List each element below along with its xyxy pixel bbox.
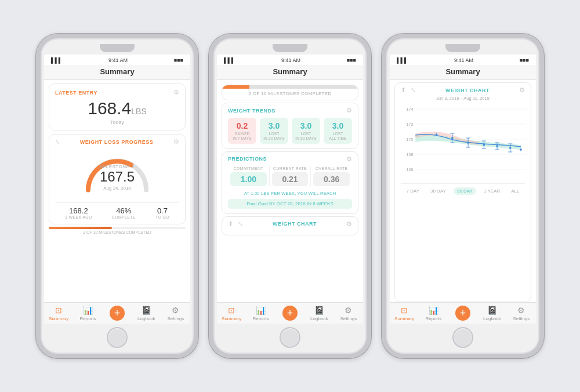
tab-summary-3[interactable]: ⊡ Summary [390,303,419,324]
prediction-text: AT 1.00 LBS PER WEEK, YOU WILL REACH [228,191,352,196]
chart-small-gear-icon[interactable]: ⚙ [346,220,352,228]
chart-title-label: WEIGHT CHART [445,88,490,93]
trend-val-0: 0.2 [230,121,254,130]
time-3: 9:41 AM [454,57,473,63]
stat-value-2: 46% [116,206,131,215]
share-icon-2[interactable]: ⬆ [228,220,233,228]
svg-text:172: 172 [407,122,414,127]
period-30day[interactable]: 30 DAY [427,187,449,195]
tab-summary-label-1: Summary [49,316,68,321]
progress-bar-fill [49,227,112,229]
predictions-gear-icon[interactable]: ⚙ [346,155,352,163]
tab-logbook-3[interactable]: 📓 Logbook [477,303,506,324]
milestone-text-2: 2 OF 10 MILESTONES COMPLETED [222,89,358,100]
tab-reports-label-2: Reports [253,316,269,321]
tab-reports-2[interactable]: 📊 Reports [246,303,275,324]
tab-reports-1[interactable]: 📊 Reports [73,303,102,324]
nav-title-1: Summary [100,67,134,76]
progress-card: ⤡ WEIGHT LOSS PROGRESS ⚙ MILE [49,134,186,224]
chart-small-label: WEIGHT CHART [273,221,317,227]
tab-add-circle-1[interactable]: + [110,306,125,321]
latest-entry-weight: 168.4LBS [55,99,179,118]
tab-add-circle-3[interactable]: + [455,306,470,321]
pred-current-rate-value: 0.21 [272,172,309,186]
svg-text:168: 168 [407,152,414,157]
chart-title-row: ⬆ ⤡ WEIGHT CHART ⚙ [401,86,525,94]
signal-3: ▌▌▌ [397,57,408,63]
tab-logbook-icon-2: 📓 [314,306,324,315]
expand-icon-3[interactable]: ⤡ [411,86,416,94]
progress-gear-icon[interactable]: ⚙ [173,138,179,146]
svg-point-28 [483,144,485,146]
pred-commitment-value: 1.00 [230,172,267,186]
predictions-header: PREDICTIONS ⚙ [228,155,352,163]
period-all[interactable]: ALL [507,187,523,195]
tab-add-circle-2[interactable]: + [282,306,298,321]
tab-logbook-2[interactable]: 📓 Logbook [304,303,334,324]
progress-header: ⤡ WEIGHT LOSS PROGRESS ⚙ [55,138,179,146]
tab-add-1[interactable]: + [103,303,132,324]
battery-3: ■■■ [520,57,529,63]
trend-desc-1: LOSTIN 30 DAYS [262,132,286,141]
status-bar-1: ▌▌▌ 9:41 AM ■■■ [44,55,190,65]
tab-logbook-1[interactable]: 📓 Logbook [132,303,161,324]
period-90day[interactable]: 90 DAY [454,187,476,195]
nav-title-3: Summary [445,67,480,76]
milestones-header: 2 OF 10 MILESTONES COMPLETED [222,85,358,100]
phone-3: ▌▌▌ 9:41 AM ■■■ Summary ⬆ ⤡ WEIGHT CHART [382,34,544,358]
tab-settings-2[interactable]: ⚙ Settings [334,303,363,324]
trend-30: 3.0 LOSTIN 30 DAYS [260,118,288,144]
screen-1: ▌▌▌ 9:41 AM ■■■ Summary LATEST ENTRY ⚙ 1… [44,55,190,324]
trend-val-2: 3.0 [294,121,318,130]
home-button-2[interactable] [280,327,300,348]
gauge-svg [79,151,155,197]
trend-all: 3.0 LOSTALL TIME [324,118,352,144]
time-1: 9:41 AM [108,57,128,63]
progress-bar-container [49,227,186,229]
period-7day[interactable]: 7 DAY [403,187,423,195]
trends-header: WEIGHT TRENDS ⚙ [228,107,352,114]
latest-entry-label: LATEST ENTRY [55,90,97,96]
tab-settings-3[interactable]: ⚙ Settings [507,303,536,324]
weight-chart-card-small: ⬆ ⤡ WEIGHT CHART ⚙ [222,216,358,235]
tab-reports-icon-3: 📊 [429,306,438,315]
tab-logbook-label-1: Logbook [137,316,155,321]
tab-summary-icon-1: ⊡ [55,306,62,315]
tab-summary-1[interactable]: ⊡ Summary [44,303,73,324]
tab-summary-2[interactable]: ⊡ Summary [217,303,246,324]
stat-label-3: TO GO [155,215,169,219]
tab-add-2[interactable]: + [276,303,304,324]
tab-summary-icon-3: ⊡ [401,306,408,315]
latest-entry-gear-icon[interactable]: ⚙ [173,89,179,96]
phone-1: ▌▌▌ 9:41 AM ■■■ Summary LATEST ENTRY ⚙ 1… [36,34,198,358]
latest-entry-date: Today [55,119,179,125]
screen-2: ▌▌▌ 9:41 AM ■■■ Summary 2 OF 10 MILESTON… [217,55,363,324]
pred-overall-rate-value: 0.36 [313,172,350,186]
tab-bar-3: ⊡ Summary 📊 Reports + 📓 Logbook ⚙ Settin… [390,302,536,324]
home-button-3[interactable] [452,327,473,348]
chart-small-header: ⬆ ⤡ WEIGHT CHART ⚙ [228,220,352,228]
chart-date-range: Jun 3, 2018 – Aug 31, 2018 [401,96,525,101]
tab-logbook-label-3: Logbook [483,316,501,321]
expand-icon[interactable]: ⤡ [55,139,60,145]
period-1year[interactable]: 1 YEAR [480,187,503,195]
tab-add-3[interactable]: + [448,303,477,324]
home-button-1[interactable] [107,327,128,348]
tab-reports-label-1: Reports [80,316,96,321]
tab-settings-icon-1: ⚙ [172,306,179,315]
expand-icon-2[interactable]: ⤡ [238,220,243,228]
latest-entry-card: LATEST ENTRY ⚙ 168.4LBS Today [49,84,186,130]
gauge-container: MILESTONE 3 167.5 Aug 24, 2018 [55,148,179,200]
predictions-grid: COMMITMENT 1.00 CURRENT RATE 0.21 OVERAL… [228,166,352,186]
goal-pill: Final Goal BY OCT 28, 2018 IN 8 WEEKS [228,199,352,209]
tab-reports-3[interactable]: 📊 Reports [419,303,448,324]
tab-settings-label-2: Settings [340,316,357,321]
pred-current-rate: CURRENT RATE 0.21 [270,166,311,186]
share-icon-3[interactable]: ⬆ [401,86,406,94]
trend-val-1: 3.0 [262,121,286,130]
time-2: 9:41 AM [281,57,300,63]
tab-settings-1[interactable]: ⚙ Settings [161,303,190,324]
pred-current-rate-label: CURRENT RATE [272,166,309,170]
trends-gear-icon[interactable]: ⚙ [346,107,352,114]
chart-gear-icon-3[interactable]: ⚙ [519,86,525,94]
